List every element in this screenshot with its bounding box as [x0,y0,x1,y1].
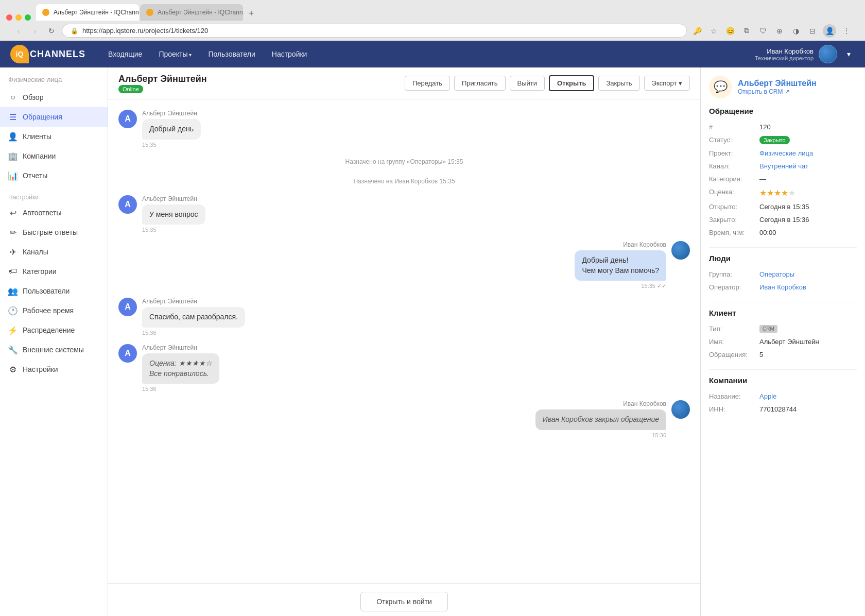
rp-label: Закрыто: [709,216,755,224]
rp-label: # [709,123,755,131]
nav-incoming[interactable]: Входящие [101,46,149,62]
minimize-window-button[interactable] [15,14,22,21]
message-content: Иван Коробков Добрый день!Чем могу Вам п… [575,241,666,289]
sidebar-item-companies[interactable]: 🏢 Компании [0,146,108,166]
close-button[interactable]: Закрыть [598,76,639,91]
auto-replies-icon: ↩ [8,208,18,217]
lock-icon: 🔒 [71,27,78,35]
exit-button[interactable]: Выйти [510,76,545,91]
sidebar-item-distribution[interactable]: ⚡ Распределение [0,320,108,340]
open-button[interactable]: Открыть [549,75,594,91]
star-icon[interactable]: ☆ [707,25,720,37]
rp-label: Канал: [709,162,755,170]
companies-icon: 🏢 [8,151,18,161]
message-bubble-italic: Оценка: ★★★★☆Все понравилось. [142,353,219,384]
sidebar-item-clients[interactable]: 👤 Клиенты [0,127,108,146]
translate-icon[interactable]: ⊕ [773,25,786,37]
extensions-icon[interactable]: ⧉ [740,25,753,37]
rp-client-section: Клиент Тип: CRM Имя: Альберт Эйнштейн Об… [709,302,857,361]
rp-label: ИНН: [709,405,755,413]
emoji-icon[interactable]: 😊 [724,25,736,37]
sidebar-item-overview[interactable]: ○ Обзор [0,88,108,107]
system-message: Назначено на Иван Коробков 15:35 [118,176,690,187]
sidebar-item-settings[interactable]: ⚙ Настройки [0,360,108,379]
user-profile-icon[interactable]: 👤 [823,24,836,38]
export-button[interactable]: Экспорт ▾ [644,76,690,91]
back-button[interactable]: ‹ [12,25,25,37]
message-row: A Альберт Эйнштейн Оценка: ★★★★☆Все понр… [118,344,690,392]
rp-row: Статус: Закрыто [709,133,857,147]
sidebar-item-auto-replies[interactable]: ↩ Автоответы [0,203,108,223]
sidebar-label-auto-replies: Автоответы [23,209,61,217]
rp-row: Открыто: Сегодня в 15:35 [709,200,857,213]
sidebar-item-work-time[interactable]: 🕐 Рабочее время [0,301,108,320]
message-time: 15:35 [142,227,205,233]
rp-client-title: Клиент [709,302,857,317]
key-icon[interactable]: 🔑 [691,25,703,37]
header-actions: Передать Пригласить Выйти Открыть Закрыт… [405,75,690,91]
rp-row: Имя: Альберт Эйнштейн [709,335,857,348]
url-bar[interactable]: 🔒 https://app.iqstore.ru/projects/1/tick… [62,24,687,38]
rp-label: Статус: [709,136,755,144]
message-bubble-sent-italic: Иван Коробков закрыл обращение [535,409,666,430]
transfer-button[interactable]: Передать [405,76,450,91]
open-and-enter-button[interactable]: Открыть и войти [360,592,448,611]
nav-users[interactable]: Пользователи [201,46,262,62]
nav-projects[interactable]: Проекты [151,46,199,62]
rp-operator-link[interactable]: Иван Коробков [759,283,857,291]
rp-contact-name: Альберт Эйнштейн [738,79,817,88]
rp-project-link[interactable]: Физические лица [759,149,857,157]
channels-icon: ✈ [8,247,18,256]
shield-icon[interactable]: 🛡 [757,25,769,37]
rp-channel-link[interactable]: Внутренний чат [759,162,857,170]
message-sender: Иван Коробков [535,400,666,407]
browser-tab-2[interactable]: Альберт Эйнштейн - IQChann... ✕ [140,4,243,21]
logo[interactable]: iQ CHANNELS [10,45,85,63]
sidebar-label-work-time: Рабочее время [23,306,74,315]
rp-value: Сегодня в 15:36 [759,216,857,224]
rp-row: Тип: CRM [709,322,857,335]
globe-lines [819,45,837,63]
forward-button[interactable]: › [29,25,41,37]
darkmode-icon[interactable]: ◑ [790,25,802,37]
sidebar-toggle-icon[interactable]: ⊟ [806,25,819,37]
sidebar-label-companies: Компании [23,152,56,160]
sidebar-item-channels[interactable]: ✈ Каналы [0,242,108,262]
sidebar-label-users: Пользователи [23,287,70,295]
rp-company-link[interactable]: Apple [759,392,857,400]
sidebar-item-appeals[interactable]: ☰ Обращения [0,107,108,127]
sidebar-item-quick-replies[interactable]: ✏ Быстрые ответы [0,223,108,242]
rp-label: Обращения: [709,351,755,358]
nav-settings[interactable]: Настройки [265,46,315,62]
menu-icon[interactable]: ⋮ [840,25,853,37]
invite-button[interactable]: Пригласить [454,76,506,91]
sidebar-item-reports[interactable]: 📊 Отчеты [0,166,108,185]
reload-button[interactable]: ↻ [45,25,58,37]
settings-icon: ⚙ [8,365,18,374]
rp-crm-link[interactable]: Открыть в CRM ↗ [738,88,817,95]
rp-label: Название: [709,392,755,400]
chat-input-area: Открыть и войти [108,583,700,616]
sidebar-label-categories: Категории [23,267,57,276]
sidebar-item-categories[interactable]: 🏷 Категории [0,262,108,281]
work-time-icon: 🕐 [8,306,18,315]
sidebar-item-users[interactable]: 👥 Пользователи [0,281,108,301]
message-content: Альберт Эйнштейн У меня вопрос 15:35 [142,195,205,233]
sidebar-label-settings: Настройки [23,365,58,373]
message-bubble: У меня вопрос [142,204,205,225]
reports-icon: 📊 [8,171,18,180]
maximize-window-button[interactable] [25,14,31,21]
avatar: A [118,344,137,363]
message-bubble-sent: Добрый день!Чем могу Вам помочь? [575,250,666,281]
message-row-sent: Иван Коробков Иван Коробков закрыл обращ… [118,400,690,438]
sidebar-item-external-systems[interactable]: 🔧 Внешние системы [0,340,108,360]
nav-dropdown-icon[interactable]: ▾ [842,48,855,60]
close-window-button[interactable] [6,14,12,21]
rp-label: Категория: [709,175,755,183]
messages-container: A Альберт Эйнштейн Добрый день 15:35 Наз… [108,99,700,583]
user-globe-icon[interactable] [819,45,837,63]
rp-group-link[interactable]: Операторы [759,270,857,278]
browser-tab-1[interactable]: Альберт Эйнштейн - IQChann... ✕ [36,4,139,21]
new-tab-button[interactable]: + [244,6,258,21]
logo-icon: iQ [10,45,29,63]
